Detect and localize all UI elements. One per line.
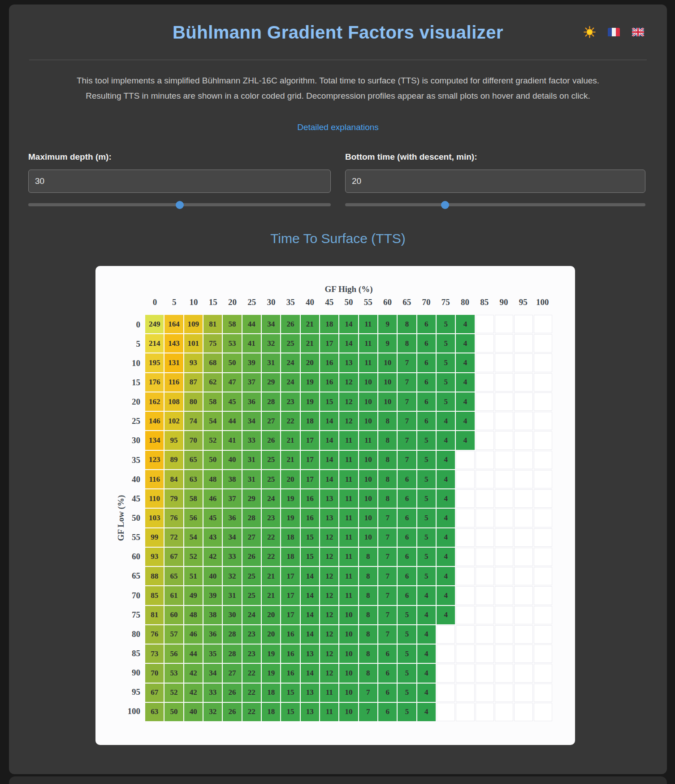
tts-cell[interactable]: 8 xyxy=(359,625,377,644)
tts-cell[interactable]: 11 xyxy=(320,703,338,721)
tts-cell[interactable]: 23 xyxy=(262,509,280,527)
tts-cell[interactable]: 32 xyxy=(203,703,222,721)
tts-cell[interactable]: 4 xyxy=(417,645,436,663)
tts-cell[interactable]: 102 xyxy=(164,412,183,430)
tts-cell[interactable]: 110 xyxy=(145,489,164,508)
tts-cell[interactable]: 22 xyxy=(242,703,261,721)
tts-cell[interactable]: 41 xyxy=(223,431,241,449)
tts-cell[interactable]: 12 xyxy=(320,586,338,605)
tts-cell[interactable]: 8 xyxy=(359,586,377,605)
tts-cell[interactable]: 6 xyxy=(417,315,436,333)
tts-cell[interactable]: 8 xyxy=(359,606,377,624)
tts-cell[interactable]: 8 xyxy=(378,431,397,449)
tts-cell[interactable]: 14 xyxy=(301,586,319,605)
tts-cell[interactable]: 5 xyxy=(437,334,455,353)
tts-cell[interactable]: 6 xyxy=(398,528,416,547)
tts-cell[interactable]: 50 xyxy=(223,353,241,372)
tts-cell[interactable]: 12 xyxy=(339,373,358,392)
tts-cell[interactable]: 11 xyxy=(339,528,358,547)
tts-cell[interactable]: 21 xyxy=(301,315,319,333)
tts-cell[interactable]: 4 xyxy=(456,412,474,430)
tts-cell[interactable]: 11 xyxy=(339,548,358,566)
tts-cell[interactable]: 23 xyxy=(242,625,261,644)
tts-cell[interactable]: 46 xyxy=(203,489,222,508)
tts-cell[interactable]: 19 xyxy=(262,664,280,682)
tts-cell[interactable]: 6 xyxy=(378,664,397,682)
tts-cell[interactable]: 4 xyxy=(437,606,455,624)
tts-cell[interactable]: 15 xyxy=(301,548,319,566)
tts-cell[interactable]: 37 xyxy=(223,489,241,508)
tts-cell[interactable]: 16 xyxy=(281,664,299,682)
tts-cell[interactable]: 7 xyxy=(378,509,397,527)
tts-cell[interactable]: 19 xyxy=(301,373,319,392)
tts-cell[interactable]: 10 xyxy=(339,684,358,702)
tts-cell[interactable]: 70 xyxy=(184,431,203,449)
tts-cell[interactable]: 10 xyxy=(359,392,377,411)
tts-cell[interactable]: 70 xyxy=(145,664,164,682)
tts-cell[interactable]: 5 xyxy=(398,606,416,624)
tts-cell[interactable]: 56 xyxy=(164,645,183,663)
tts-cell[interactable]: 4 xyxy=(437,509,455,527)
tts-cell[interactable]: 10 xyxy=(339,703,358,721)
max-depth-slider[interactable] xyxy=(28,201,331,209)
tts-cell[interactable]: 18 xyxy=(281,528,299,547)
tts-cell[interactable]: 26 xyxy=(223,703,241,721)
tts-cell[interactable]: 4 xyxy=(437,489,455,508)
tts-cell[interactable]: 16 xyxy=(281,645,299,663)
tts-cell[interactable]: 19 xyxy=(262,645,280,663)
tts-cell[interactable]: 116 xyxy=(164,373,183,392)
tts-cell[interactable]: 32 xyxy=(262,334,280,353)
tts-cell[interactable]: 74 xyxy=(184,412,203,430)
tts-cell[interactable]: 19 xyxy=(281,489,299,508)
tts-cell[interactable]: 4 xyxy=(437,548,455,566)
tts-cell[interactable]: 26 xyxy=(281,315,299,333)
tts-cell[interactable]: 30 xyxy=(223,606,241,624)
tts-cell[interactable]: 31 xyxy=(242,451,261,469)
tts-cell[interactable]: 21 xyxy=(301,334,319,353)
tts-cell[interactable]: 4 xyxy=(437,431,455,449)
tts-cell[interactable]: 11 xyxy=(320,684,338,702)
tts-cell[interactable]: 6 xyxy=(398,567,416,585)
tts-cell[interactable]: 25 xyxy=(262,470,280,488)
tts-cell[interactable]: 44 xyxy=(184,645,203,663)
tts-cell[interactable]: 40 xyxy=(203,567,222,585)
tts-cell[interactable]: 17 xyxy=(281,567,299,585)
tts-cell[interactable]: 12 xyxy=(320,567,338,585)
tts-cell[interactable]: 36 xyxy=(203,625,222,644)
tts-cell[interactable]: 14 xyxy=(301,664,319,682)
tts-cell[interactable]: 6 xyxy=(398,548,416,566)
tts-cell[interactable]: 16 xyxy=(320,373,338,392)
tts-cell[interactable]: 4 xyxy=(437,528,455,547)
tts-cell[interactable]: 25 xyxy=(262,451,280,469)
tts-cell[interactable]: 7 xyxy=(378,586,397,605)
tts-cell[interactable]: 20 xyxy=(301,353,319,372)
tts-cell[interactable]: 8 xyxy=(378,451,397,469)
tts-cell[interactable]: 5 xyxy=(417,451,436,469)
tts-cell[interactable]: 40 xyxy=(223,451,241,469)
tts-cell[interactable]: 11 xyxy=(339,431,358,449)
tts-cell[interactable]: 10 xyxy=(339,645,358,663)
tts-cell[interactable]: 101 xyxy=(184,334,203,353)
tts-cell[interactable]: 6 xyxy=(398,586,416,605)
tts-cell[interactable]: 28 xyxy=(262,392,280,411)
tts-cell[interactable]: 63 xyxy=(184,470,203,488)
tts-cell[interactable]: 5 xyxy=(417,509,436,527)
tts-cell[interactable]: 68 xyxy=(203,353,222,372)
tts-cell[interactable]: 4 xyxy=(417,703,436,721)
tts-cell[interactable]: 5 xyxy=(398,684,416,702)
tts-cell[interactable]: 5 xyxy=(398,625,416,644)
tts-cell[interactable]: 10 xyxy=(359,489,377,508)
tts-cell[interactable]: 13 xyxy=(320,509,338,527)
tts-cell[interactable]: 4 xyxy=(456,315,474,333)
tts-cell[interactable]: 10 xyxy=(378,392,397,411)
tts-cell[interactable]: 4 xyxy=(437,451,455,469)
max-depth-slider-thumb[interactable] xyxy=(176,201,184,209)
tts-cell[interactable]: 18 xyxy=(262,684,280,702)
tts-cell[interactable]: 12 xyxy=(339,412,358,430)
tts-cell[interactable]: 48 xyxy=(203,470,222,488)
tts-cell[interactable]: 5 xyxy=(437,353,455,372)
tts-cell[interactable]: 12 xyxy=(320,528,338,547)
tts-cell[interactable]: 17 xyxy=(301,451,319,469)
tts-cell[interactable]: 53 xyxy=(164,664,183,682)
tts-cell[interactable]: 36 xyxy=(242,392,261,411)
